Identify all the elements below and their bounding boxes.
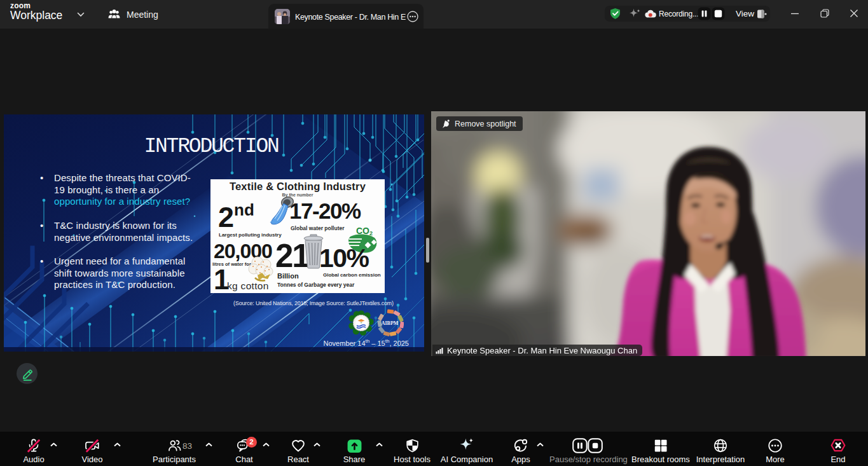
svg-text:AIBPM: AIBPM (382, 320, 399, 326)
